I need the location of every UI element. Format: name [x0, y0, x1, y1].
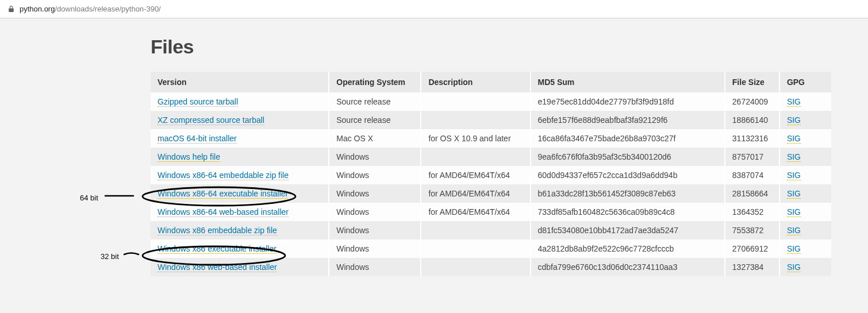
col-desc: Description — [421, 72, 530, 92]
download-link[interactable]: macOS 64-bit installer — [158, 134, 237, 144]
cell-size: 27066912 — [725, 239, 779, 258]
content-wrap: Files Version Operating System Descripti… — [151, 36, 832, 276]
col-os: Operating System — [329, 72, 421, 92]
sig-link[interactable]: SIG — [787, 134, 801, 144]
lock-icon — [7, 5, 15, 13]
download-link[interactable]: Gzipped source tarball — [158, 97, 238, 107]
url-host: python.org — [20, 5, 55, 13]
sig-link[interactable]: SIG — [787, 262, 801, 272]
cell-os: Windows — [329, 221, 421, 239]
col-gpg: GPG — [779, 72, 831, 92]
cell-size: 1327384 — [725, 258, 779, 276]
page-body: Files Version Operating System Descripti… — [0, 18, 868, 276]
sig-link[interactable]: SIG — [787, 207, 801, 217]
download-link[interactable]: Windows x86-64 embeddable zip file — [158, 171, 289, 180]
sig-link[interactable]: SIG — [787, 152, 801, 162]
cell-desc: for OS X 10.9 and later — [421, 129, 530, 148]
table-row: Windows x86 embeddable zip fileWindowsd8… — [151, 221, 831, 239]
cell-os: Windows — [329, 166, 421, 184]
cell-os: Mac OS X — [329, 129, 421, 148]
cell-md5: b61a33dc28f13b561452f3089c87eb63 — [531, 184, 725, 203]
cell-md5: 4a2812db8ab9f2e522c96c7728cfcccb — [531, 239, 725, 258]
table-row: XZ compressed source tarballSource relea… — [151, 111, 831, 129]
cell-desc: for AMD64/EM64T/x64 — [421, 203, 530, 221]
download-link[interactable]: Windows x86 executable installer — [158, 244, 276, 254]
col-md5: MD5 Sum — [531, 72, 725, 92]
cell-os: Windows — [329, 148, 421, 166]
page-title: Files — [151, 36, 832, 58]
cell-md5: d81fc534080e10bb4172ad7ae3da5247 — [531, 221, 725, 239]
download-link[interactable]: Windows help file — [158, 152, 220, 162]
cell-desc — [421, 148, 530, 166]
cell-size: 28158664 — [725, 184, 779, 203]
files-table: Version Operating System Description MD5… — [151, 72, 832, 276]
cell-size: 31132316 — [725, 129, 779, 148]
cell-os: Source release — [329, 111, 421, 129]
annotation-label-64bit: 64 bit — [80, 194, 98, 202]
download-link[interactable]: XZ compressed source tarball — [158, 115, 264, 125]
cell-md5: 16ca86fa3467e75bade26b8a9703c27f — [531, 129, 725, 148]
table-header-row: Version Operating System Description MD5… — [151, 72, 831, 92]
table-row: Windows help fileWindows9ea6fc676f0fa3b9… — [151, 148, 831, 166]
sig-link[interactable]: SIG — [787, 189, 801, 199]
cell-desc — [421, 92, 530, 111]
download-link[interactable]: Windows x86 embeddable zip file — [158, 226, 277, 235]
cell-size: 26724009 — [725, 92, 779, 111]
download-link[interactable]: Windows x86-64 executable installer — [158, 189, 288, 199]
cell-os: Source release — [329, 92, 421, 111]
cell-md5: cdbfa799e6760c13d06d0c2374110aa3 — [531, 258, 725, 276]
cell-md5: 60d0d94337ef657c2cca1d3d9a6dd94b — [531, 166, 725, 184]
table-row: Windows x86 web-based installerWindowscd… — [151, 258, 831, 276]
download-link[interactable]: Windows x86-64 web-based installer — [158, 207, 289, 217]
cell-os: Windows — [329, 258, 421, 276]
cell-desc — [421, 111, 530, 129]
cell-size: 1364352 — [725, 203, 779, 221]
cell-desc — [421, 239, 530, 258]
table-row: Windows x86-64 embeddable zip fileWindow… — [151, 166, 831, 184]
url-path: /downloads/release/python-390/ — [55, 5, 160, 13]
cell-desc — [421, 221, 530, 239]
cell-md5: 9ea6fc676f0fa3b95af3c5b3400120d6 — [531, 148, 725, 166]
annotation-label-32bit: 32 bit — [101, 252, 119, 261]
cell-os: Windows — [329, 184, 421, 203]
table-row: Windows x86-64 web-based installerWindow… — [151, 203, 831, 221]
cell-size: 7553872 — [725, 221, 779, 239]
sig-link[interactable]: SIG — [787, 97, 801, 107]
table-row: Gzipped source tarballSource releasee19e… — [151, 92, 831, 111]
cell-md5: 733df85afb160482c5636ca09b89c4c8 — [531, 203, 725, 221]
download-link[interactable]: Windows x86 web-based installer — [158, 262, 277, 272]
cell-size: 18866140 — [725, 111, 779, 129]
table-row: Windows x86 executable installerWindows4… — [151, 239, 831, 258]
table-row: macOS 64-bit installerMac OS Xfor OS X 1… — [151, 129, 831, 148]
browser-url-bar[interactable]: python.org/downloads/release/python-390/ — [0, 0, 868, 18]
cell-md5: e19e75ec81dd04de27797bf3f9d918fd — [531, 92, 725, 111]
col-version: Version — [151, 72, 329, 92]
cell-desc: for AMD64/EM64T/x64 — [421, 166, 530, 184]
cell-desc: for AMD64/EM64T/x64 — [421, 184, 530, 203]
sig-link[interactable]: SIG — [787, 244, 801, 254]
cell-md5: 6ebfe157f6e88d9eabfbaf3fa92129f6 — [531, 111, 725, 129]
sig-link[interactable]: SIG — [787, 226, 801, 235]
sig-link[interactable]: SIG — [787, 171, 801, 180]
cell-size: 8387074 — [725, 166, 779, 184]
sig-link[interactable]: SIG — [787, 115, 801, 125]
cell-desc — [421, 258, 530, 276]
col-size: File Size — [725, 72, 779, 92]
cell-os: Windows — [329, 239, 421, 258]
cell-size: 8757017 — [725, 148, 779, 166]
cell-os: Windows — [329, 203, 421, 221]
table-row: Windows x86-64 executable installerWindo… — [151, 184, 831, 203]
